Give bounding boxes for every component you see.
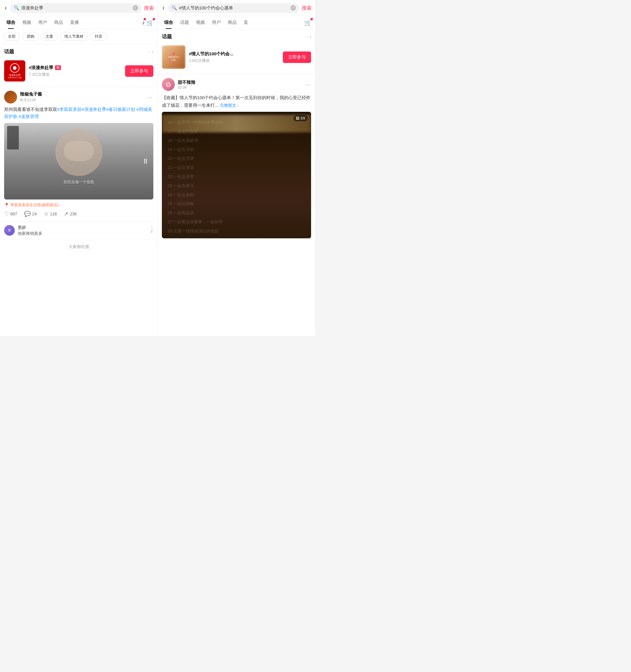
right-tab-用户[interactable]: 用户 xyxy=(209,16,224,29)
hot-badge: 热 xyxy=(55,65,61,70)
share-icon: ↗ xyxy=(64,211,68,217)
gallery-icon: 🖼 xyxy=(296,116,299,120)
filter-团购[interactable]: 团购 xyxy=(22,32,39,41)
left-clear-button[interactable]: ✕ xyxy=(133,5,138,10)
left-star-button[interactable]: ☆ 116 xyxy=(44,211,57,217)
chevron-right-icon: › xyxy=(152,49,153,54)
right-tab-直[interactable]: 直 xyxy=(241,16,251,29)
music-icon[interactable]: ♪ xyxy=(142,19,145,26)
heart-icon: ♡ xyxy=(4,211,9,217)
right-search-input-wrap[interactable]: 🔍 #情人节的100个约会心愿单 ✕ xyxy=(168,3,299,13)
left-topic-name-text: #浪漫奔赴季 xyxy=(29,65,53,71)
right-join-button[interactable]: 立即参与 xyxy=(283,51,311,63)
right-topic-section-header: 话题 ··· › xyxy=(158,29,315,42)
right-tab-话题[interactable]: 话题 xyxy=(177,16,192,29)
left-comment-text: 他家推销真多 xyxy=(18,231,147,236)
left-search-text: 浪漫奔赴季 xyxy=(21,5,131,11)
right-cart-icon[interactable]: 🛒 xyxy=(304,19,312,26)
right-post-header: 🌸 甜不辣辣 02.09 ··· xyxy=(162,78,311,91)
left-post-image[interactable]: 刮完后做一个按抚 ⏸ xyxy=(4,123,153,199)
left-tab-直播[interactable]: 直播 xyxy=(67,16,82,29)
left-comment-author: 墨妍 xyxy=(18,225,147,231)
right-read-more-link[interactable]: 完整图文 xyxy=(220,103,236,108)
left-topic-more[interactable]: ··· › xyxy=(147,49,153,54)
left-tab-综合[interactable]: 综合 xyxy=(3,16,18,29)
left-comment-body: 墨妍 他家推销真多 xyxy=(18,225,147,236)
left-like-button[interactable]: ♡ 687 xyxy=(4,211,17,217)
right-panel: ‹ 🔍 #情人节的100个约会心愿单 ✕ 搜索 综合 话题 视频 用户 商品 直… xyxy=(158,0,316,336)
cart-icon[interactable]: 🛒 xyxy=(146,19,154,26)
right-search-icon: 🔍 xyxy=(171,5,177,10)
left-topic-plays: 7.3亿次播放 xyxy=(29,72,121,77)
left-shares-count: 236 xyxy=(70,212,76,216)
left-join-button[interactable]: 立即参与 xyxy=(125,65,153,77)
left-topic-card: 浪漫奔赴季 Valentine's Day #浪漫奔赴季 热 7.3亿次播放 立… xyxy=(0,57,158,87)
left-post-avatar xyxy=(4,91,17,103)
filter-抖音[interactable]: 抖音 xyxy=(90,32,107,41)
right-topic-thumbnail: 💕Valentine'sDay xyxy=(162,45,185,69)
filter-情人节素材[interactable]: 情人节素材 xyxy=(60,32,88,41)
left-comment-button[interactable]: 💬 24 xyxy=(24,211,37,217)
right-tab-综合[interactable]: 综合 xyxy=(161,16,176,29)
right-topic-info: #情人节的100个约会... 2.9亿次播放 xyxy=(189,51,279,63)
right-post-author: 甜不辣辣 xyxy=(178,80,301,85)
right-back-button[interactable]: ‹ xyxy=(161,3,166,13)
search-icon: 🔍 xyxy=(14,5,19,10)
left-comment-likes: 2 xyxy=(151,229,153,233)
left-post-time: 昨天12:05 xyxy=(20,98,143,103)
right-topic-name-text: #情人节的100个约会... xyxy=(189,51,233,57)
right-search-bar: ‹ 🔍 #情人节的100个约会心愿单 ✕ 搜索 xyxy=(158,0,315,16)
image-counter-text: 3/8 xyxy=(300,116,305,120)
right-search-action[interactable]: 搜索 xyxy=(302,5,312,11)
right-post-more-button[interactable]: ··· xyxy=(304,80,311,89)
left-post-meta: 辣椒兔子酱 昨天12:05 xyxy=(20,92,143,103)
right-post-date: 02.09 xyxy=(178,85,301,90)
left-comment: 墨 墨妍 他家推销真多 ♡ 2 xyxy=(0,221,158,240)
pause-icon[interactable]: ⏸ xyxy=(142,157,149,165)
left-location-text: 李双双美容生活馆(南阳路店) xyxy=(10,202,59,208)
right-tabs: 综合 话题 视频 用户 商品 直 🛒 xyxy=(158,16,315,29)
left-tab-商品[interactable]: 商品 xyxy=(51,16,66,29)
left-post-header: 辣椒兔子酱 昨天12:05 ··· xyxy=(4,91,153,103)
left-panel: ‹ 🔍 浪漫奔赴季 ✕ 搜索 综合 视频 用户 商品 直播 ♪ 🛒 全部 团购 … xyxy=(0,0,158,336)
left-topic-section-header: 话题 ··· › xyxy=(0,44,158,57)
right-tab-商品[interactable]: 商品 xyxy=(225,16,239,29)
location-icon: 📍 xyxy=(4,203,9,208)
filter-文案[interactable]: 文案 xyxy=(41,32,58,41)
left-topic-thumbnail: 浪漫奔赴季 Valentine's Day xyxy=(4,60,25,81)
right-clear-button[interactable]: ✕ xyxy=(290,5,296,10)
right-read-more[interactable]: 完整图文 › xyxy=(220,103,239,108)
more-dots-icon: ··· xyxy=(147,49,151,54)
left-likes-count: 687 xyxy=(10,212,17,216)
filter-全部[interactable]: 全部 xyxy=(3,32,20,41)
left-share-button[interactable]: ↗ 236 xyxy=(64,211,76,217)
right-post-meta: 甜不辣辣 02.09 xyxy=(178,80,301,90)
left-stars-count: 116 xyxy=(50,212,57,216)
right-topic-more[interactable]: ··· › xyxy=(305,34,311,39)
star-icon: ☆ xyxy=(44,211,49,217)
right-more-dots-icon: ··· xyxy=(305,34,308,39)
left-video-caption: 刮完后做一个按抚 xyxy=(64,179,94,185)
right-post-card: 🌸 甜不辣辣 02.09 ··· 【收藏】情人节的100个约会心愿单！第一次见到… xyxy=(158,74,315,242)
comment-icon: 💬 xyxy=(24,211,31,217)
left-tab-用户[interactable]: 用户 xyxy=(35,16,50,29)
left-location[interactable]: 📍 李双双美容生活馆(南阳路店) xyxy=(4,202,153,208)
right-post-image[interactable]: 16.一起学习一种新的体育运动 17.一起去打篮球 18.一起去保龄球 19.一… xyxy=(162,112,311,238)
left-filters: 全部 团购 文案 情人节素材 抖音 xyxy=(0,29,158,44)
right-topic-title: 话题 xyxy=(162,33,172,40)
right-topic-plays: 2.9亿次播放 xyxy=(189,58,279,63)
left-tab-视频[interactable]: 视频 xyxy=(19,16,34,29)
left-post-text: 郑州我看看谁不知道李双双#李双双美容#浪漫奔赴季#春日焕新计划 #同城美容护肤 … xyxy=(4,106,153,120)
left-topic-info: #浪漫奔赴季 热 7.3亿次播放 xyxy=(29,65,121,77)
left-post-actions: ♡ 687 💬 24 ☆ 116 ↗ 236 xyxy=(4,211,153,217)
left-post-more-button[interactable]: ··· xyxy=(146,93,153,102)
left-post-author: 辣椒兔子酱 xyxy=(20,92,143,97)
left-comment-like[interactable]: ♡ 2 xyxy=(150,225,153,233)
left-search-input-wrap[interactable]: 🔍 浪漫奔赴季 ✕ xyxy=(10,3,142,13)
right-search-text: #情人节的100个约会心愿单 xyxy=(179,5,289,11)
left-tabs: 综合 视频 用户 商品 直播 ♪ 🛒 xyxy=(0,16,158,29)
right-tab-视频[interactable]: 视频 xyxy=(193,16,208,29)
left-search-action[interactable]: 搜索 xyxy=(144,5,154,11)
left-back-button[interactable]: ‹ xyxy=(3,3,8,13)
comment-heart-icon: ♡ xyxy=(150,225,153,229)
